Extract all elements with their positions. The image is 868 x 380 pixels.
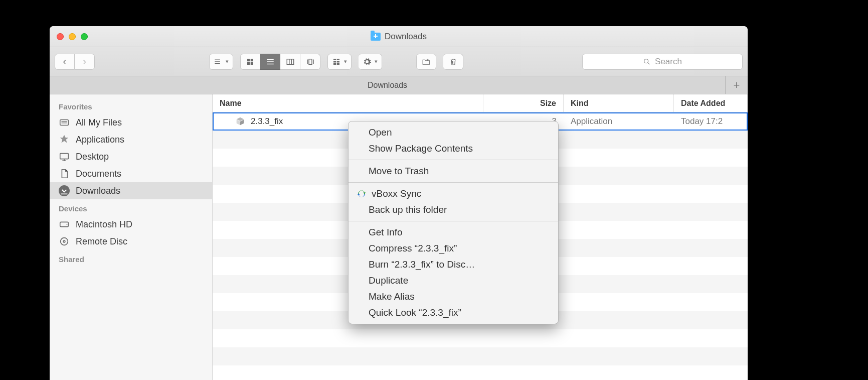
minimize-button[interactable] [69,33,76,40]
all-files-icon [59,117,70,128]
downloads-folder-icon [371,33,381,41]
grid-icon [246,57,255,66]
file-date: Today 17:2 [681,116,723,126]
svg-point-6 [63,240,65,242]
sidebar-item-all-my-files[interactable]: All My Files [50,114,212,131]
list-view-button[interactable] [260,54,280,70]
view-switcher [240,54,320,70]
applications-icon [59,134,70,145]
back-button[interactable]: ‹ [55,54,75,70]
application-icon [235,116,246,127]
search-field[interactable]: Search [582,54,743,70]
svg-point-5 [61,238,68,245]
titlebar: Downloads [50,26,748,47]
sidebar-section-favorites: Favorites [50,97,212,114]
sidebar-label: Remote Disc [76,236,127,247]
sidebar-item-desktop[interactable]: Desktop [50,148,212,165]
downloads-icon [59,185,70,196]
ctx-vboxx-sync[interactable]: vBoxx Sync [349,186,558,202]
tab-bar: Downloads + [50,76,748,94]
svg-rect-2 [60,154,69,159]
ctx-make-alias[interactable]: Make Alias [349,289,558,305]
sidebar-label: Macintosh HD [76,219,132,230]
ctx-backup-folder[interactable]: Back up this folder [349,202,558,218]
forward-button[interactable]: › [75,54,95,70]
arrange-dropdown[interactable]: ▾ [209,54,233,70]
action-dropdown[interactable]: ▾ [359,54,382,70]
ctx-get-info[interactable]: Get Info [349,224,558,240]
svg-rect-1 [60,120,69,125]
list-icon [214,57,223,66]
file-kind: Application [571,116,612,126]
ctx-duplicate[interactable]: Duplicate [349,273,558,289]
toolbar: ‹ › ▾ ▾ [50,47,748,76]
desktop-icon [59,151,70,162]
trash-icon [449,57,458,66]
sidebar-label: All My Files [76,117,122,128]
new-tab-button[interactable]: + [726,76,748,94]
gear-icon [363,57,372,66]
sidebar-section-shared: Shared [50,250,212,267]
icon-view-button[interactable] [240,54,260,70]
documents-icon [59,168,70,179]
sidebar-label: Desktop [76,152,109,162]
trash-button[interactable] [443,54,463,70]
finder-window: Downloads ‹ › ▾ [50,26,748,380]
col-kind[interactable]: Kind [564,94,674,112]
group-icon [332,57,341,66]
context-menu: Open Show Package Contents Move to Trash… [348,121,559,324]
svg-point-4 [67,224,68,225]
ctx-compress[interactable]: Compress “2.3.3_fix” [349,240,558,257]
ctx-separator [349,182,558,183]
tab-downloads[interactable]: Downloads [50,76,726,94]
column-view-button[interactable] [280,54,300,70]
hdd-icon [59,219,70,230]
col-name[interactable]: Name [213,94,483,112]
ctx-separator [349,160,558,160]
sidebar-label: Downloads [76,186,120,196]
sidebar-item-macintosh-hd[interactable]: Macintosh HD [50,216,212,233]
maximize-button[interactable] [81,33,88,40]
ctx-separator [349,221,558,221]
ctx-quick-look[interactable]: Quick Look “2.3.3_fix” [349,305,558,321]
folder-plus-icon [422,57,431,66]
ctx-move-to-trash[interactable]: Move to Trash [349,163,558,179]
close-button[interactable] [57,33,64,40]
traffic-lights [57,33,88,40]
col-date[interactable]: Date Added [674,94,748,112]
sidebar-item-documents[interactable]: Documents [50,165,212,182]
nav-group: ‹ › [55,54,95,70]
svg-point-0 [644,59,648,63]
search-icon [643,58,651,66]
sidebar-item-remote-disc[interactable]: Remote Disc [50,233,212,250]
ctx-open[interactable]: Open [349,124,558,141]
ctx-show-package-contents[interactable]: Show Package Contents [349,141,558,157]
file-name: 2.3.3_fix [251,116,283,126]
sidebar: Favorites All My Files Applications Desk… [50,94,213,380]
column-headers: Name Size Kind Date Added [213,94,748,112]
columns-icon [286,57,295,66]
sidebar-item-downloads[interactable]: Downloads [50,182,212,199]
coverflow-icon [306,57,315,66]
window-title-text: Downloads [385,32,427,42]
sync-icon [357,189,367,199]
window-title: Downloads [50,32,748,42]
disc-icon [59,236,70,247]
search-placeholder: Search [655,57,682,67]
col-size[interactable]: Size [483,94,564,112]
group-dropdown[interactable]: ▾ [327,54,352,70]
new-folder-button[interactable] [416,54,436,70]
coverflow-view-button[interactable] [300,54,320,70]
sidebar-item-applications[interactable]: Applications [50,131,212,148]
list-lines-icon [266,57,275,66]
sidebar-label: Applications [76,135,124,145]
sidebar-section-devices: Devices [50,199,212,216]
sidebar-label: Documents [76,169,121,179]
ctx-burn[interactable]: Burn “2.3.3_fix” to Disc… [349,257,558,273]
